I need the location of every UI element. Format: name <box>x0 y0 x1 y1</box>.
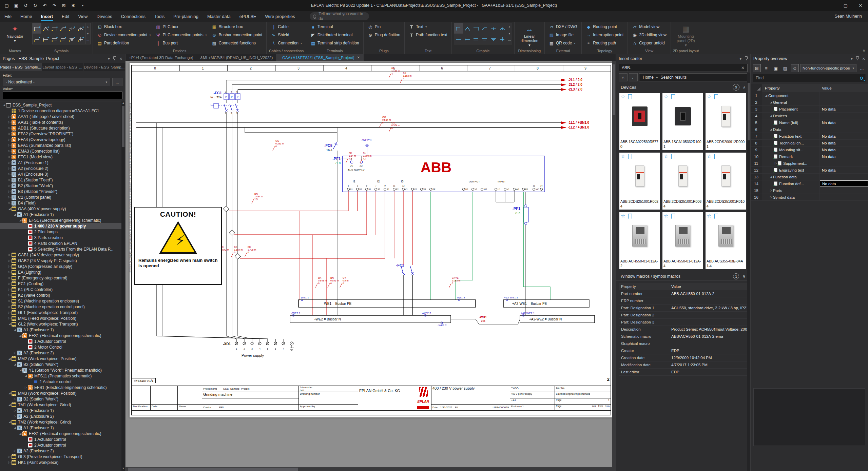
corner-symbol[interactable] <box>50 23 59 34</box>
device-card[interactable]: ☆ABB.2CDS251001R0104 <box>706 153 746 210</box>
menu-tab-wire-properties[interactable]: Wire properties <box>261 11 300 22</box>
tree-scrollbar[interactable]: ▲ ▼ <box>121 101 125 471</box>
tree-expander-icon[interactable]: ◢ <box>7 322 12 326</box>
property-row[interactable]: 11▷Supplement... <box>751 160 868 167</box>
clear-search-icon[interactable]: ✕ <box>741 65 745 70</box>
tree-expander-icon[interactable]: ◢ <box>13 213 17 216</box>
property-row[interactable]: 3PlacementNo data <box>751 106 868 113</box>
tree-item[interactable]: ▷GAB2 (24 V supply PLC signals) <box>0 258 125 263</box>
angle-up-symbol[interactable] <box>41 34 50 44</box>
pages-panel-tab-2[interactable]: Devices - ESS_Samp... <box>83 63 125 71</box>
tree-item[interactable]: ▷+A1 (Enclosure 1) <box>0 160 125 165</box>
tree-expander-icon[interactable]: ▷ <box>13 415 17 418</box>
ground-symbol[interactable] <box>67 34 76 44</box>
tree-item[interactable]: ◢+Y1 (Station "Work": Pneumatic manifold… <box>0 367 125 373</box>
document-tab[interactable]: &ML+MCP/54 (DEMO_US_INCH_V2022) <box>197 54 277 61</box>
property-value-cell[interactable]: No data <box>820 146 868 153</box>
2d-drilling-view-button[interactable]: ◉2D drilling view <box>630 31 669 39</box>
tree-item[interactable]: ▷+B4 (Field) <box>0 200 125 206</box>
tree-expander-icon[interactable]: ▷ <box>7 317 12 320</box>
pages-panel-tab-0[interactable]: Pages - ESS_Sample... <box>0 63 42 71</box>
tree-item[interactable]: ▷&AAB1 (Table of contents) <box>0 119 125 125</box>
tree-expander-icon[interactable]: ▷ <box>7 201 12 204</box>
panel-menu-icon[interactable]: ▾ <box>851 57 853 61</box>
favorite-star-icon[interactable]: ☆ <box>664 94 668 100</box>
tree-expander-icon[interactable]: ▷ <box>7 196 12 199</box>
property-row[interactable]: 14Function def...No data <box>751 180 868 187</box>
tree-expander-icon[interactable]: ▷ <box>7 190 12 193</box>
t-node-symbol[interactable] <box>33 23 41 34</box>
pin-icon[interactable] <box>113 56 116 59</box>
tree-expander-icon[interactable]: ◢ <box>13 328 17 331</box>
property-row[interactable]: 13◢Function data <box>751 174 868 180</box>
favorite-star-icon[interactable]: ☆ <box>621 94 625 100</box>
tree-expander-icon[interactable]: ▷ <box>13 397 17 400</box>
tree-item[interactable]: ▷+A2 (Enclosure 2) <box>0 350 125 356</box>
plc-connection-points-button[interactable]: ΨPLC connection points▾ <box>153 31 209 39</box>
property-value-cell[interactable]: No data <box>820 167 868 173</box>
collapse-section-icon[interactable]: ∧ <box>743 85 746 90</box>
tree-expander-icon[interactable]: ▷ <box>7 150 12 153</box>
tree-item[interactable]: ◢+A1 (Enclosure 1) <box>0 327 125 333</box>
tree-expander-icon[interactable]: ◢ <box>769 175 773 178</box>
connected-functions-button[interactable]: ▧Connected functions <box>210 39 265 47</box>
menu-tab-tools[interactable]: Tools <box>150 11 169 22</box>
property-row[interactable]: 7Function textNo data <box>751 133 868 140</box>
redo-icon[interactable]: ↷ <box>50 2 58 9</box>
favorite-star-icon[interactable]: ☆ <box>707 94 711 100</box>
tree-view-icon[interactable]: ⊟ <box>753 64 761 72</box>
tree-item[interactable]: ▷&EFA2 (Overview "PROFINET") <box>0 131 125 137</box>
tree-expander-icon[interactable]: ◢ <box>764 94 768 97</box>
path-function-text-button[interactable]: TPath function text <box>407 31 449 39</box>
interruption-point-button[interactable]: →Interruption point <box>584 31 625 39</box>
tree-expander-icon[interactable]: ▷ <box>7 173 12 176</box>
tree-item[interactable]: ▷&AAA1 (Title page / cover sheet) <box>0 114 125 119</box>
home-icon[interactable]: ⌂ <box>619 73 628 81</box>
tree-item[interactable]: ◢TM1 (Work workpiece: Grind) <box>0 402 125 408</box>
canvas-vertical-scrollbar[interactable] <box>612 61 616 471</box>
value-input[interactable] <box>3 92 122 99</box>
tree-item[interactable]: 5 Selecting Parts From the EPLAN Data P.… <box>0 246 125 252</box>
qat-customize-icon[interactable]: ▾ <box>79 2 87 9</box>
tree-item[interactable]: ▷S1 (Machine operation enclosure) <box>0 298 125 304</box>
arrow-symbol[interactable] <box>33 34 41 44</box>
terminal-pair-symbol[interactable] <box>59 34 68 44</box>
pin-button[interactable]: ◎Pin <box>366 23 402 31</box>
tree-expander-icon[interactable]: ◢ <box>7 392 12 395</box>
routing-path-button[interactable]: ≈Routing path <box>584 39 625 47</box>
tree-expander-icon[interactable]: ▷ <box>13 351 17 354</box>
interruption-symbol[interactable] <box>67 23 76 34</box>
tree-expander-icon[interactable]: ▷ <box>7 178 12 181</box>
tree-expander-icon[interactable]: ◢ <box>7 357 12 360</box>
tree-item[interactable]: ◢+A1 (Enclosure 1) <box>0 212 125 217</box>
panel-close-icon[interactable]: ✕ <box>862 57 865 61</box>
breadcrumb-home[interactable]: Home <box>643 75 654 80</box>
text-button[interactable]: TText▾ <box>407 23 449 31</box>
tree-item[interactable]: ▷+A2 (Enclosure 2) <box>0 413 125 419</box>
junction-symbol[interactable] <box>59 23 68 34</box>
distributed-terminal-button[interactable]: ◤Distributed terminal <box>308 31 361 39</box>
device-connection-point-button[interactable]: ⊙Device connection point▾ <box>95 31 153 39</box>
tree-item[interactable]: ▷+B2 (Station "Work") <box>0 396 125 402</box>
device-card[interactable]: ☆ABB.2CDS251001R0024 <box>619 153 660 210</box>
tell-me-search[interactable]: Tell me what you want to do <box>310 12 369 20</box>
paste-properties-icon[interactable]: ▨ <box>781 64 789 72</box>
tree-item[interactable]: ◢+B2 (Station "Work") <box>0 361 125 367</box>
tree-item[interactable]: ◢TM2 (Work workpiece: Grind) <box>0 419 125 425</box>
menu-tab-connections[interactable]: Connections <box>117 11 150 22</box>
favorite-star-icon[interactable]: ☆ <box>707 213 711 219</box>
tree-item[interactable]: 1 Actuator control <box>0 338 125 344</box>
tree-expander-icon[interactable]: ▷ <box>7 259 12 262</box>
qr-code-button[interactable]: ▩QR code▾ <box>547 39 579 47</box>
copper-unfold-button[interactable]: ∩Copper unfold <box>630 39 669 47</box>
undo-history-icon[interactable]: ↺ <box>22 2 30 9</box>
tree-expander-icon[interactable]: ▷ <box>7 138 12 141</box>
tree-item[interactable]: ▷EC1 (Cooling) <box>0 281 125 287</box>
bus-port-button[interactable]: ∥Bus port <box>153 39 209 47</box>
linear-dimension-button[interactable]: ↔Linear dimension▾ <box>517 23 542 48</box>
tree-item[interactable]: 1 400 / 230 V power supply <box>0 223 125 229</box>
tree-expander-icon[interactable]: ▷ <box>24 386 28 389</box>
tree-item[interactable]: ▷+A4 (Enclosure 3) <box>0 171 125 177</box>
close-icon[interactable]: ✕ <box>853 0 868 11</box>
property-row[interactable]: 5Name (full)No data <box>751 119 868 126</box>
